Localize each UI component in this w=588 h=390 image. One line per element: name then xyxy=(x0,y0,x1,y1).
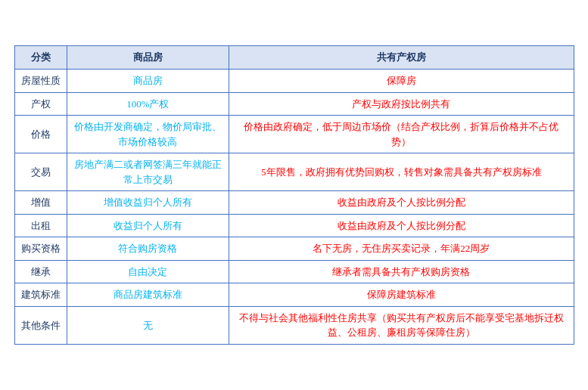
table-row: 购买资格符合购房资格名下无房，无住房买卖记录，年满22周岁 xyxy=(14,237,574,261)
cell-shared: 收益由政府及个人按比例分配 xyxy=(229,191,574,215)
table-row: 其他条件无不得与社会其他福利性住房共享（购买共有产权房后不能享受宅基地拆迁权益、… xyxy=(14,306,574,344)
cell-commercial: 自由决定 xyxy=(67,260,229,283)
cell-commercial: 商品房建筑标准 xyxy=(67,283,229,307)
cell-commercial: 无 xyxy=(67,306,229,344)
cell-commercial: 收益归个人所有 xyxy=(67,214,229,237)
table-row: 产权100%产权产权与政府按比例共有 xyxy=(14,92,574,116)
cell-shared: 价格由政府确定，低于周边市场价（结合产权比例，折算后价格并不占优势） xyxy=(229,116,574,153)
table-row: 建筑标准商品房建筑标准保障房建筑标准 xyxy=(14,283,574,307)
table-row: 出租收益归个人所有收益由政府及个人按比例分配 xyxy=(14,214,574,237)
cell-shared: 继承者需具备共有产权购房资格 xyxy=(229,260,574,283)
cell-shared: 收益由政府及个人按比例分配 xyxy=(229,214,574,237)
cell-category: 房屋性质 xyxy=(14,70,67,93)
header-shared: 共有产权房 xyxy=(229,46,574,70)
cell-commercial: 房地产满二或者网签满三年就能正常上市交易 xyxy=(67,153,229,191)
table-header-row: 分类 商品房 共有产权房 xyxy=(14,46,574,70)
table-row: 交易房地产满二或者网签满三年就能正常上市交易5年限售，政府拥有优势回购权，转售对… xyxy=(14,153,574,191)
table-row: 继承自由决定继承者需具备共有产权购房资格 xyxy=(14,260,574,283)
cell-category: 交易 xyxy=(14,153,67,191)
cell-category: 建筑标准 xyxy=(14,283,67,307)
cell-shared: 保障房建筑标准 xyxy=(229,283,574,307)
header-category: 分类 xyxy=(14,46,67,70)
table-row: 增值增值收益归个人所有收益由政府及个人按比例分配 xyxy=(14,191,574,215)
cell-shared: 产权与政府按比例共有 xyxy=(229,92,574,116)
comparison-table-container: 分类 商品房 共有产权房 房屋性质商品房保障房产权100%产权产权与政府按比例共… xyxy=(14,45,574,345)
cell-category: 出租 xyxy=(14,214,67,237)
cell-commercial: 增值收益归个人所有 xyxy=(67,191,229,215)
cell-category: 其他条件 xyxy=(14,306,67,344)
cell-shared: 5年限售，政府拥有优势回购权，转售对象需具备共有产权房标准 xyxy=(229,153,574,191)
cell-commercial: 符合购房资格 xyxy=(67,237,229,261)
comparison-table: 分类 商品房 共有产权房 房屋性质商品房保障房产权100%产权产权与政府按比例共… xyxy=(14,45,574,345)
cell-commercial: 价格由开发商确定，物价局审批、市场价格较高 xyxy=(67,116,229,153)
table-row: 价格价格由开发商确定，物价局审批、市场价格较高价格由政府确定，低于周边市场价（结… xyxy=(14,116,574,153)
cell-shared: 名下无房，无住房买卖记录，年满22周岁 xyxy=(229,237,574,261)
cell-category: 购买资格 xyxy=(14,237,67,261)
table-row: 房屋性质商品房保障房 xyxy=(14,70,574,93)
cell-category: 继承 xyxy=(14,260,67,283)
cell-category: 产权 xyxy=(14,92,67,116)
cell-category: 价格 xyxy=(14,116,67,153)
cell-shared: 保障房 xyxy=(229,70,574,93)
cell-shared: 不得与社会其他福利性住房共享（购买共有产权房后不能享受宅基地拆迁权益、公租房、廉… xyxy=(229,306,574,344)
cell-category: 增值 xyxy=(14,191,67,215)
header-commercial: 商品房 xyxy=(67,46,229,70)
cell-commercial: 100%产权 xyxy=(67,92,229,116)
cell-commercial: 商品房 xyxy=(67,70,229,93)
